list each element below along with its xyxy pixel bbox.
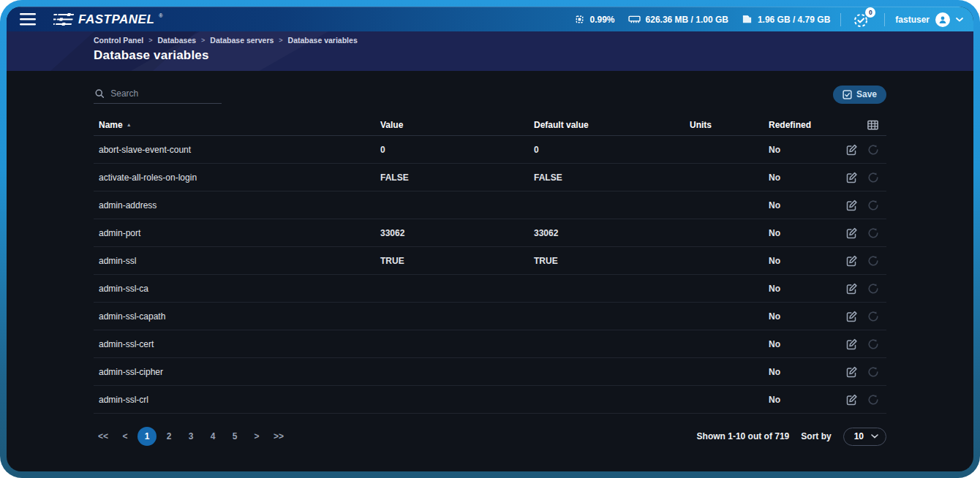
save-button-label: Save: [856, 89, 877, 99]
tasks-badge: 0: [865, 7, 875, 18]
pagination-last[interactable]: >>: [269, 427, 288, 446]
disk-icon: [742, 14, 753, 25]
user-menu[interactable]: fastuser: [895, 12, 963, 27]
search-input[interactable]: [110, 88, 220, 99]
stat-ram: 626.36 MB / 1.00 GB: [628, 15, 728, 25]
topbar-right: 0.99%626.36 MB / 1.00 GB1.96 GB / 4.79 G…: [574, 10, 964, 29]
table-row: admin-ssl-ca No: [94, 275, 886, 303]
variable-name: admin-ssl: [99, 256, 380, 266]
breadcrumb-item[interactable]: Databases: [158, 36, 197, 45]
reset-icon: [867, 255, 879, 267]
edit-button[interactable]: [845, 338, 859, 351]
menu-button[interactable]: [14, 10, 42, 29]
edit-button[interactable]: [845, 365, 859, 379]
breadcrumb-separator: >: [279, 37, 282, 44]
pagination-page-1[interactable]: 1: [137, 427, 157, 446]
pagination-page-3[interactable]: 3: [181, 427, 200, 446]
table-row: admin-port 33062 33062 No: [94, 219, 886, 247]
variable-redefined: No: [769, 200, 840, 210]
table-row: abort-slave-event-count 0 0 No: [94, 136, 886, 164]
fastpanel-logo[interactable]: FASTPANEL ®: [53, 12, 162, 27]
breadcrumb-item[interactable]: Database servers: [210, 36, 274, 45]
search-icon: [95, 88, 104, 99]
variable-default-value: 0: [534, 145, 690, 155]
chevron-down-icon: [871, 434, 878, 439]
breadcrumb: Control Panel>Databases>Database servers…: [94, 36, 886, 45]
reset-button[interactable]: [867, 171, 880, 184]
variable-redefined: No: [769, 145, 840, 155]
table-columns-icon: [867, 120, 878, 130]
variable-redefined: No: [769, 228, 840, 238]
variable-name: admin-ssl-cert: [99, 339, 380, 349]
avatar: [935, 12, 950, 27]
reset-button[interactable]: [867, 365, 880, 379]
pagination: <<<12345>>>: [94, 427, 288, 446]
column-header-name[interactable]: Name ▲: [99, 120, 380, 130]
reset-button[interactable]: [867, 199, 880, 212]
edit-button[interactable]: [845, 282, 859, 295]
pagination-page-5[interactable]: 5: [225, 427, 244, 446]
reset-icon: [867, 311, 879, 322]
reset-icon: [867, 227, 879, 239]
edit-button[interactable]: [845, 310, 859, 323]
pagination-page-2[interactable]: 2: [159, 427, 178, 446]
stat-value: 0.99%: [590, 15, 615, 25]
hamburger-icon: [20, 13, 36, 26]
edit-button[interactable]: [845, 199, 859, 212]
breadcrumb-separator: >: [201, 37, 205, 44]
variable-redefined: No: [769, 172, 840, 183]
variable-redefined: No: [769, 367, 840, 377]
table-row: admin-address No: [94, 191, 886, 219]
variable-default-value: FALSE: [534, 172, 690, 183]
edit-button[interactable]: [845, 393, 859, 406]
variables-table: Name ▲ Value Default value Units Redefin…: [94, 114, 886, 414]
pagination-page-4[interactable]: 4: [203, 427, 222, 446]
pagination-first[interactable]: <<: [94, 427, 113, 446]
edit-icon: [846, 144, 858, 156]
column-settings-button[interactable]: [840, 120, 886, 130]
cpu-icon: [574, 14, 585, 25]
reset-button[interactable]: [867, 227, 880, 240]
edit-button[interactable]: [845, 171, 859, 184]
logo-sliders-icon: [53, 12, 74, 26]
pagination-next[interactable]: >: [247, 427, 266, 446]
shown-count: Shown 1-10 out of 719: [697, 431, 790, 441]
column-header-units[interactable]: Units: [690, 120, 769, 130]
column-header-value[interactable]: Value: [380, 120, 534, 130]
reset-button[interactable]: [867, 282, 880, 295]
edit-button[interactable]: [845, 254, 859, 268]
app-window: FASTPANEL ® 0.99%626.36 MB / 1.00 GB1.96…: [0, 0, 980, 478]
breadcrumb-item[interactable]: Control Panel: [94, 36, 143, 45]
page-size-select[interactable]: 10: [843, 428, 886, 446]
table-body: abort-slave-event-count 0 0 No: [94, 136, 886, 414]
breadcrumb-item: Database variables: [288, 36, 358, 45]
column-header-default-value[interactable]: Default value: [534, 120, 690, 130]
variable-name: admin-ssl-crl: [99, 395, 380, 405]
stat-value: 1.96 GB / 4.79 GB: [758, 15, 830, 25]
table-row: activate-all-roles-on-login FALSE FALSE …: [94, 164, 886, 191]
page-size-value: 10: [854, 431, 864, 441]
resource-stats: 0.99%626.36 MB / 1.00 GB1.96 GB / 4.79 G…: [574, 14, 831, 25]
edit-icon: [846, 283, 858, 295]
page-title: Database variables: [94, 48, 886, 63]
table-row: admin-ssl-capath No: [94, 303, 886, 330]
logo-registered-mark: ®: [159, 13, 162, 18]
reset-button[interactable]: [867, 393, 880, 406]
variable-name: admin-address: [99, 200, 380, 210]
person-icon: [938, 15, 947, 24]
edit-button[interactable]: [845, 143, 859, 156]
save-button[interactable]: Save: [833, 86, 886, 104]
tasks-button[interactable]: 0: [851, 10, 874, 29]
reset-button[interactable]: [867, 143, 880, 156]
edit-icon: [846, 338, 858, 350]
edit-button[interactable]: [845, 227, 859, 240]
username: fastuser: [895, 15, 930, 25]
variable-value: 33062: [380, 228, 534, 238]
reset-button[interactable]: [867, 310, 880, 323]
reset-button[interactable]: [867, 338, 880, 351]
column-header-redefined[interactable]: Redefined: [769, 120, 840, 130]
reset-button[interactable]: [867, 254, 880, 268]
pagination-prev[interactable]: <: [116, 427, 135, 446]
reset-icon: [867, 200, 879, 211]
fastpanel-app: FASTPANEL ® 0.99%626.36 MB / 1.00 GB1.96…: [7, 7, 973, 471]
